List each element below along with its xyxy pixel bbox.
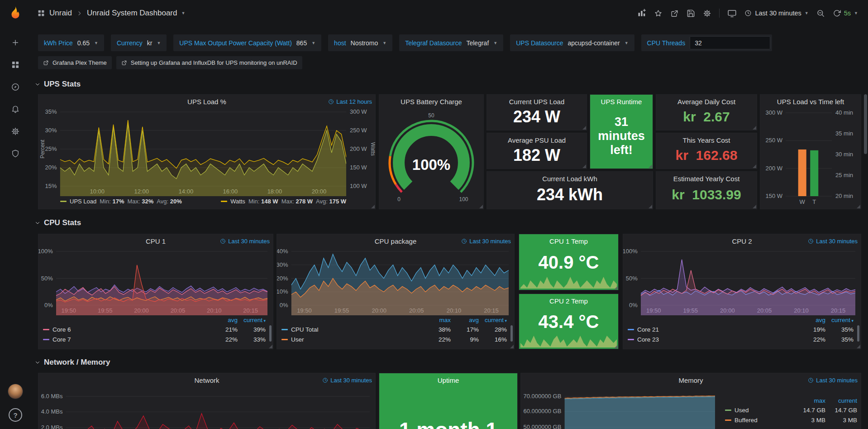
legend-col-header[interactable]: avg [797, 317, 825, 323]
panel-title[interactable]: UPS Runtime [601, 98, 642, 106]
configuration-gear-icon[interactable] [11, 127, 20, 136]
panel-time-range[interactable]: Last 30 minutes [461, 238, 511, 245]
legend-row[interactable]: Core 2119%35% [628, 324, 854, 334]
external-link-icon [43, 60, 49, 66]
legend-row[interactable]: Core 621%39% [43, 324, 266, 334]
legend-col-header[interactable]: avg [210, 317, 238, 323]
panel-title[interactable]: Average Daily Cost [677, 98, 735, 106]
legend-row[interactable]: CPU Total38%17%28% [281, 324, 507, 334]
user-avatar[interactable] [8, 384, 23, 399]
panel-title[interactable]: Memory [678, 376, 703, 384]
cpu2-chart[interactable]: 100%50%0%19:5019:5520:0020:0520:1020:15a… [623, 248, 861, 347]
panel-time-range[interactable]: Last 30 minutes [322, 377, 372, 384]
panel-title[interactable]: Current Load kWh [542, 175, 597, 183]
legend-item[interactable]: UPS LoadMin: 17%Max: 32%Avg: 20% [60, 198, 182, 205]
legend-col-header[interactable]: current [825, 397, 857, 404]
panel-title[interactable]: CPU 1 Temp [549, 237, 588, 245]
legend-row[interactable]: Used14.7 GB14.7 GB [725, 405, 857, 415]
grafana-logo-icon[interactable] [8, 5, 23, 21]
help-icon[interactable]: ? [9, 408, 22, 422]
chevron-down-icon[interactable]: ▼ [157, 41, 161, 45]
cpu-threads-input[interactable] [690, 36, 770, 49]
variable-value[interactable]: 865 [296, 39, 307, 47]
share-icon[interactable] [670, 9, 679, 18]
panel-title[interactable]: Current UPS Load [509, 98, 565, 106]
cpu1-chart[interactable]: 100%50%0%19:5019:5520:0020:0520:1020:15a… [38, 248, 273, 347]
variable-value[interactable]: 0.65 [77, 39, 90, 47]
network-chart[interactable]: 6.0 MBs4.0 MBs2.0 MBs [38, 387, 375, 429]
variable-value[interactable]: Nostromo [351, 39, 378, 47]
panel-time-range[interactable]: Last 12 hours [328, 98, 372, 105]
svg-text:35 min: 35 min [835, 130, 853, 137]
legend-row[interactable]: User22%9%16% [281, 334, 507, 344]
breadcrumb-folder[interactable]: Unraid [49, 9, 72, 18]
panel-title[interactable]: Estimated Yearly Cost [673, 175, 740, 183]
ups-load-chart[interactable]: 35%30%25%20%15%300 W250 W200 W150 W100 W… [38, 108, 375, 207]
cycle-view-monitor-icon[interactable] [727, 9, 737, 18]
refresh-interval-label[interactable]: 5s [844, 10, 851, 17]
ups-load-vs-time-chart[interactable]: 300 W250 W200 W150 W40 min35 min30 min25… [760, 108, 861, 207]
server-admin-shield-icon[interactable] [11, 149, 20, 158]
legend-row[interactable]: Core 2322%35% [628, 334, 854, 344]
panel-time-range[interactable]: Last 30 minutes [808, 377, 858, 384]
legend-item[interactable]: WattsMin: 148 WMax: 278 WAvg: 175 W [221, 198, 346, 205]
alerting-bell-icon[interactable] [11, 105, 20, 114]
dashboard-settings-gear-icon[interactable] [703, 9, 711, 18]
chevron-down-icon[interactable]: ▼ [854, 11, 858, 15]
chevron-down-icon[interactable]: ▼ [493, 41, 497, 45]
legend-col-header[interactable]: avg [451, 317, 479, 323]
legend-table: maxcurrentUsed14.7 GB14.7 GBBuffered3 MB… [725, 396, 857, 425]
legend-col-header[interactable]: current ▾ [479, 317, 507, 323]
page-scrollbar[interactable] [864, 94, 867, 154]
panel-title[interactable]: Network [194, 376, 219, 384]
panel-title[interactable]: This Years Cost [682, 136, 730, 144]
legend-col-header[interactable]: current ▾ [825, 317, 854, 323]
chevron-down-icon[interactable]: ▼ [625, 41, 629, 45]
clock-icon [744, 10, 752, 17]
legend-scrollbar[interactable] [857, 325, 859, 342]
variable-value[interactable]: Telegraf [466, 39, 489, 47]
row-header-network-memory[interactable]: Network / Memory [34, 357, 110, 368]
legend-table: avgcurrent ▾Core 2119%35%Core 2322%35% [623, 315, 861, 344]
panel-title[interactable]: UPS Load % [187, 98, 226, 106]
chevron-down-icon[interactable]: ▼ [311, 41, 315, 45]
add-panel-icon[interactable] [637, 9, 646, 18]
panel-title[interactable]: UPS Battery Charge [401, 98, 462, 106]
legend-row[interactable]: Core 722%33% [43, 334, 266, 344]
panel-title[interactable]: Average PSU Load [508, 136, 566, 144]
refresh-icon[interactable] [833, 9, 841, 17]
legend-col-header[interactable]: max [794, 397, 825, 404]
star-icon[interactable] [654, 9, 663, 18]
create-plus-icon[interactable] [11, 38, 20, 47]
dashboards-grid-icon[interactable] [11, 60, 20, 69]
dashboard-link-ups-monitoring[interactable]: Setting up Grafana and InfluxDB for UPS … [116, 56, 302, 69]
panel-title[interactable]: CPU 1 [146, 237, 166, 245]
legend-row[interactable]: Buffered3 MB3 MB [725, 415, 857, 425]
dashboard-link-plex-theme[interactable]: Grafana Plex Theme [38, 56, 112, 69]
panel-time-range[interactable]: Last 30 minutes [220, 238, 270, 245]
explore-compass-icon[interactable] [11, 82, 20, 92]
panel-title[interactable]: CPU 2 Temp [549, 297, 588, 305]
zoom-out-icon[interactable] [816, 9, 825, 18]
breadcrumb-dashboard-title[interactable]: Unraid System Dashboard [87, 9, 177, 18]
legend-col-header[interactable]: max [423, 317, 451, 323]
legend-col-header[interactable]: current ▾ [238, 317, 266, 323]
panel-title[interactable]: UPS Load vs Time left [777, 98, 844, 106]
panel-title[interactable]: CPU 2 [732, 237, 752, 245]
save-icon[interactable] [687, 9, 695, 18]
chevron-down-icon[interactable]: ▼ [382, 41, 386, 45]
panel-time-range[interactable]: Last 30 minutes [808, 238, 858, 245]
chevron-down-icon[interactable]: ▼ [181, 11, 185, 15]
legend-scrollbar[interactable] [269, 325, 272, 342]
panel-title[interactable]: Uptime [438, 376, 459, 384]
cpu-package-chart[interactable]: 40%30%20%10%0%19:5019:5520:0020:0520:102… [277, 248, 514, 347]
time-range-picker[interactable]: Last 30 minutes ▼ [744, 10, 808, 17]
memory-chart[interactable]: 70.000000 GB60.000000 GB50.000000 GBmaxc… [521, 387, 861, 429]
row-header-cpu-stats[interactable]: CPU Stats [34, 217, 81, 228]
variable-value[interactable]: kr [147, 39, 153, 47]
legend-scrollbar[interactable] [510, 325, 513, 342]
panel-title[interactable]: CPU package [375, 237, 417, 245]
chevron-down-icon[interactable]: ▼ [94, 41, 98, 45]
variable-value[interactable]: apcupsd-container [568, 39, 620, 47]
row-header-ups-stats[interactable]: UPS Stats [34, 79, 81, 90]
